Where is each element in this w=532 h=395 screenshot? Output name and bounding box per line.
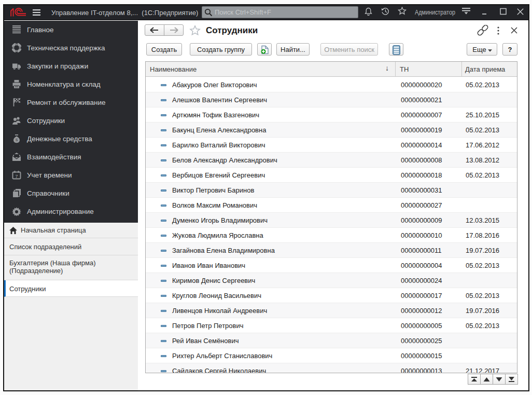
svg-text:S: S [16,138,18,142]
svg-text:7: 7 [15,173,18,179]
